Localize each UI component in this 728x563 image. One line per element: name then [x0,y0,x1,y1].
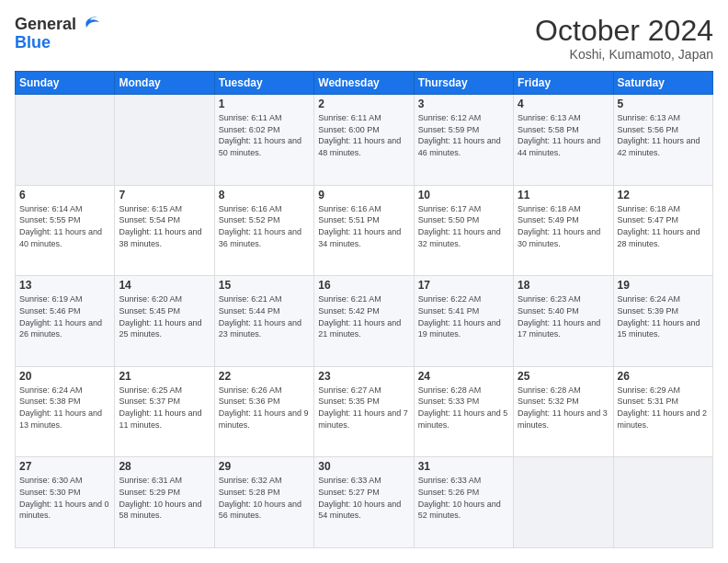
logo-general: General [15,15,103,35]
calendar-cell: 10Sunrise: 6:17 AM Sunset: 5:50 PM Dayli… [414,185,513,276]
day-number: 29 [219,460,310,473]
cell-content: Sunrise: 6:29 AM Sunset: 5:31 PM Dayligh… [618,385,709,431]
cell-content: Sunrise: 6:11 AM Sunset: 6:00 PM Dayligh… [318,112,409,158]
calendar-cell: 14Sunrise: 6:20 AM Sunset: 5:45 PM Dayli… [115,276,214,367]
day-number: 12 [618,189,709,201]
calendar-day-header: Wednesday [314,72,414,95]
cell-content: Sunrise: 6:15 AM Sunset: 5:54 PM Dayligh… [119,203,210,249]
day-number: 10 [418,189,509,201]
calendar-cell: 22Sunrise: 6:26 AM Sunset: 5:36 PM Dayli… [214,366,313,457]
day-number: 31 [418,460,509,473]
day-number: 3 [418,98,509,110]
cell-content: Sunrise: 6:16 AM Sunset: 5:51 PM Dayligh… [318,203,409,249]
day-number: 16 [318,279,409,292]
cell-content: Sunrise: 6:13 AM Sunset: 5:56 PM Dayligh… [618,112,709,158]
cell-content: Sunrise: 6:16 AM Sunset: 5:52 PM Dayligh… [219,203,310,249]
calendar-week-row: 1Sunrise: 6:11 AM Sunset: 6:02 PM Daylig… [16,95,713,186]
cell-content: Sunrise: 6:14 AM Sunset: 5:55 PM Dayligh… [19,203,110,249]
cell-content: Sunrise: 6:11 AM Sunset: 6:02 PM Dayligh… [219,112,310,158]
cell-content: Sunrise: 6:33 AM Sunset: 5:27 PM Dayligh… [318,475,409,521]
calendar-header-row: SundayMondayTuesdayWednesdayThursdayFrid… [16,72,713,95]
day-number: 27 [19,460,110,473]
calendar-day-header: Sunday [16,72,115,95]
cell-content: Sunrise: 6:21 AM Sunset: 5:42 PM Dayligh… [318,293,409,339]
calendar-week-row: 13Sunrise: 6:19 AM Sunset: 5:46 PM Dayli… [16,276,713,367]
day-number: 11 [518,189,609,201]
calendar-day-header: Thursday [414,72,513,95]
calendar-cell: 16Sunrise: 6:21 AM Sunset: 5:42 PM Dayli… [314,276,414,367]
calendar-cell: 17Sunrise: 6:22 AM Sunset: 5:41 PM Dayli… [414,276,513,367]
cell-content: Sunrise: 6:25 AM Sunset: 5:37 PM Dayligh… [119,385,210,431]
calendar-cell: 8Sunrise: 6:16 AM Sunset: 5:52 PM Daylig… [214,185,313,276]
calendar-cell: 6Sunrise: 6:14 AM Sunset: 5:55 PM Daylig… [16,185,115,276]
calendar-day-header: Monday [115,72,214,95]
day-number: 25 [518,370,609,383]
day-number: 28 [119,460,210,473]
cell-content: Sunrise: 6:27 AM Sunset: 5:35 PM Dayligh… [318,385,409,431]
calendar-day-header: Tuesday [214,72,313,95]
month-title: October 2024 [535,15,713,47]
calendar-cell: 27Sunrise: 6:30 AM Sunset: 5:30 PM Dayli… [16,457,115,548]
calendar-cell: 12Sunrise: 6:18 AM Sunset: 5:47 PM Dayli… [613,185,712,276]
day-number: 20 [19,370,110,383]
cell-content: Sunrise: 6:18 AM Sunset: 5:47 PM Dayligh… [618,203,709,249]
location: Koshi, Kumamoto, Japan [535,47,713,62]
calendar-cell: 25Sunrise: 6:28 AM Sunset: 5:32 PM Dayli… [514,366,613,457]
cell-content: Sunrise: 6:19 AM Sunset: 5:46 PM Dayligh… [19,293,110,339]
day-number: 4 [518,98,609,110]
cell-content: Sunrise: 6:18 AM Sunset: 5:49 PM Dayligh… [518,203,609,249]
logo-blue: Blue [15,33,103,52]
calendar-cell: 29Sunrise: 6:32 AM Sunset: 5:28 PM Dayli… [214,457,313,548]
day-number: 24 [418,370,509,383]
calendar-table: SundayMondayTuesdayWednesdayThursdayFrid… [15,71,713,548]
cell-content: Sunrise: 6:30 AM Sunset: 5:30 PM Dayligh… [19,475,110,521]
day-number: 17 [418,279,509,292]
logo: General Blue [15,15,103,52]
calendar-cell: 23Sunrise: 6:27 AM Sunset: 5:35 PM Dayli… [314,366,414,457]
day-number: 19 [618,279,709,292]
day-number: 15 [219,279,310,292]
calendar-cell: 3Sunrise: 6:12 AM Sunset: 5:59 PM Daylig… [414,95,513,186]
calendar-day-header: Friday [514,72,613,95]
cell-content: Sunrise: 6:20 AM Sunset: 5:45 PM Dayligh… [119,293,210,339]
cell-content: Sunrise: 6:21 AM Sunset: 5:44 PM Dayligh… [219,293,310,339]
day-number: 14 [119,279,210,292]
day-number: 7 [119,189,210,201]
calendar-cell [514,457,613,548]
cell-content: Sunrise: 6:31 AM Sunset: 5:29 PM Dayligh… [119,475,210,521]
day-number: 2 [318,98,409,110]
calendar-cell: 30Sunrise: 6:33 AM Sunset: 5:27 PM Dayli… [314,457,414,548]
calendar-cell: 15Sunrise: 6:21 AM Sunset: 5:44 PM Dayli… [214,276,313,367]
calendar-week-row: 20Sunrise: 6:24 AM Sunset: 5:38 PM Dayli… [16,366,713,457]
calendar-cell: 24Sunrise: 6:28 AM Sunset: 5:33 PM Dayli… [414,366,513,457]
calendar-cell: 26Sunrise: 6:29 AM Sunset: 5:31 PM Dayli… [613,366,712,457]
page: General Blue October 2024 Koshi, Kumamot… [0,0,728,563]
cell-content: Sunrise: 6:13 AM Sunset: 5:58 PM Dayligh… [518,112,609,158]
day-number: 13 [19,279,110,292]
calendar-cell: 13Sunrise: 6:19 AM Sunset: 5:46 PM Dayli… [16,276,115,367]
cell-content: Sunrise: 6:23 AM Sunset: 5:40 PM Dayligh… [518,293,609,339]
calendar-cell: 5Sunrise: 6:13 AM Sunset: 5:56 PM Daylig… [613,95,712,186]
calendar-cell: 9Sunrise: 6:16 AM Sunset: 5:51 PM Daylig… [314,185,414,276]
calendar-cell: 7Sunrise: 6:15 AM Sunset: 5:54 PM Daylig… [115,185,214,276]
calendar-cell: 11Sunrise: 6:18 AM Sunset: 5:49 PM Dayli… [514,185,613,276]
day-number: 1 [219,98,310,110]
cell-content: Sunrise: 6:24 AM Sunset: 5:38 PM Dayligh… [19,385,110,431]
calendar-cell: 20Sunrise: 6:24 AM Sunset: 5:38 PM Dayli… [16,366,115,457]
calendar-cell: 1Sunrise: 6:11 AM Sunset: 6:02 PM Daylig… [214,95,313,186]
calendar-cell [16,95,115,186]
cell-content: Sunrise: 6:26 AM Sunset: 5:36 PM Dayligh… [219,385,310,431]
cell-content: Sunrise: 6:33 AM Sunset: 5:26 PM Dayligh… [418,475,509,521]
cell-content: Sunrise: 6:12 AM Sunset: 5:59 PM Dayligh… [418,112,509,158]
day-number: 5 [618,98,709,110]
calendar-week-row: 6Sunrise: 6:14 AM Sunset: 5:55 PM Daylig… [16,185,713,276]
calendar-cell [613,457,712,548]
calendar-week-row: 27Sunrise: 6:30 AM Sunset: 5:30 PM Dayli… [16,457,713,548]
day-number: 30 [318,460,409,473]
cell-content: Sunrise: 6:22 AM Sunset: 5:41 PM Dayligh… [418,293,509,339]
cell-content: Sunrise: 6:28 AM Sunset: 5:33 PM Dayligh… [418,385,509,431]
logo-bird-icon [83,15,103,35]
header: General Blue October 2024 Koshi, Kumamot… [15,15,713,62]
cell-content: Sunrise: 6:28 AM Sunset: 5:32 PM Dayligh… [518,385,609,431]
day-number: 22 [219,370,310,383]
